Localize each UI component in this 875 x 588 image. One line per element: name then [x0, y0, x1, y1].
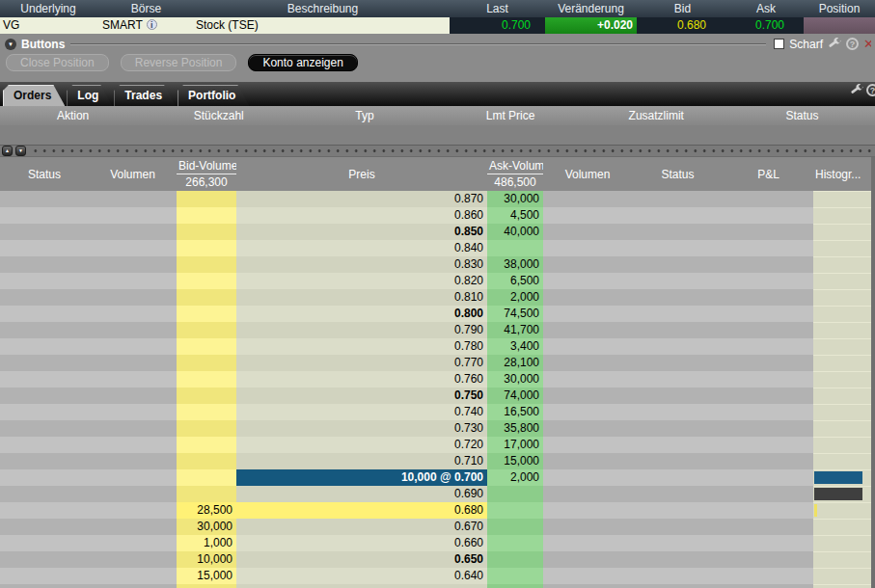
scroll-down-icon[interactable]: ▼ — [15, 146, 26, 156]
ladder-ask-volume-cell[interactable] — [487, 519, 543, 535]
ladder-ask-volume-cell[interactable] — [487, 240, 543, 256]
ladder-ask-volume-cell[interactable] — [487, 584, 543, 588]
ladder-ask-volume-cell[interactable]: 74,500 — [487, 306, 543, 322]
ladder-bid-volume-cell[interactable] — [177, 404, 236, 420]
ladder-price-cell[interactable]: 0.720 — [236, 437, 487, 453]
ladder-bid-volume-cell[interactable] — [177, 289, 236, 306]
ladder-ask-volume-cell[interactable]: 41,700 — [487, 322, 543, 338]
ladder-col-pnl[interactable]: P&L — [724, 157, 813, 191]
ladder-price-cell[interactable]: 0.810 — [236, 289, 487, 306]
ladder-ask-volume-cell[interactable]: 16,500 — [487, 404, 543, 420]
boerse-value[interactable]: SMARTi — [96, 17, 196, 34]
ladder-bid-volume-cell[interactable] — [177, 486, 236, 502]
tab-portfolio[interactable]: Portfolio — [178, 85, 249, 106]
ladder-price-cell[interactable]: 0.690 — [236, 486, 487, 502]
ladder-bid-volume-cell[interactable] — [177, 584, 236, 588]
ladder-ask-volume-cell[interactable]: 30,000 — [487, 191, 543, 207]
help-icon[interactable]: ? — [846, 38, 859, 50]
ladder-price-cell[interactable]: 0.840 — [236, 240, 487, 256]
scharf-checkbox[interactable] — [774, 39, 784, 49]
wrench-icon[interactable] — [828, 38, 841, 51]
col-ask[interactable]: Ask — [728, 0, 804, 17]
ladder-bid-volume-cell[interactable] — [177, 256, 236, 273]
ladder-bid-volume-cell[interactable] — [177, 338, 236, 355]
col-underlying[interactable]: Underlying — [0, 0, 96, 17]
beschreibung-value[interactable]: Stock (TSE) — [196, 17, 450, 34]
ladder-ask-volume-cell[interactable] — [487, 535, 543, 551]
info-icon[interactable]: i — [147, 19, 157, 30]
ladder-price-cell[interactable]: 0.710 — [236, 453, 487, 469]
ladder-ask-volume-cell[interactable]: 30,000 — [487, 371, 543, 388]
tab-trades[interactable]: Trades — [114, 85, 176, 106]
ladder-col-ask-volumen[interactable]: Ask-Volumen 486,500 — [487, 157, 543, 191]
ladder-price-cell[interactable]: 0.740 — [236, 404, 487, 420]
tab-orders[interactable]: Orders — [3, 85, 65, 106]
ladder-ask-volume-cell[interactable] — [487, 502, 543, 519]
ladder-price-cell[interactable]: 0.670 — [236, 519, 487, 535]
ladder-price-cell[interactable] — [236, 584, 487, 588]
ladder-price-cell[interactable]: 0.830 — [236, 256, 487, 273]
ladder-price-cell[interactable]: 0.870 — [236, 191, 487, 207]
ladder-bid-volume-cell[interactable] — [177, 191, 236, 207]
collapse-arrow-icon[interactable]: ▼ — [5, 39, 16, 50]
ladder-bid-volume-cell[interactable] — [177, 469, 236, 486]
ladder-col-status-right[interactable]: Status — [632, 157, 724, 191]
ladder-col-volumen-left[interactable]: Volumen — [89, 157, 177, 191]
wrench-icon[interactable] — [850, 84, 863, 97]
ladder-price-cell[interactable]: 0.860 — [236, 207, 487, 224]
ladder-bid-volume-cell[interactable] — [177, 224, 236, 240]
scroll-up-icon[interactable]: ▲ — [2, 146, 13, 156]
col-aktion[interactable]: Aktion — [0, 106, 146, 125]
col-boerse[interactable]: Börse — [96, 0, 196, 17]
ladder-bid-volume-cell[interactable] — [177, 207, 236, 224]
ladder-col-volumen-right[interactable]: Volumen — [543, 157, 632, 191]
ladder-ask-volume-cell[interactable]: 3,400 — [487, 338, 543, 355]
ladder-bid-volume-cell[interactable] — [177, 371, 236, 388]
ladder-ask-volume-cell[interactable]: 15,000 — [487, 453, 543, 469]
ladder-ask-volume-cell[interactable]: 40,000 — [487, 224, 543, 240]
underlying-value[interactable]: VG — [0, 17, 96, 34]
quote-row[interactable]: VG SMARTi Stock (TSE) 0.700 +0.020 0.680… — [0, 17, 875, 34]
ladder-col-status-left[interactable]: Status — [0, 157, 89, 191]
ladder-bid-volume-cell[interactable]: 30,000 — [177, 519, 236, 535]
ladder-price-cell[interactable]: 0.790 — [236, 322, 487, 338]
ladder-ask-volume-cell[interactable]: 74,000 — [487, 388, 543, 404]
ladder-col-bid-volumen[interactable]: Bid-Volumen 266,300 — [177, 157, 236, 191]
splitter-bar[interactable]: ▲ ▼ — [0, 145, 875, 157]
ladder-price-cell[interactable]: 0.680 — [236, 502, 487, 519]
col-position[interactable]: Position — [804, 0, 875, 17]
ladder-bid-volume-cell[interactable]: 10,000 — [177, 551, 236, 568]
ladder-bid-volume-cell[interactable] — [177, 355, 236, 371]
ladder-bid-volume-cell[interactable] — [177, 420, 236, 437]
ladder-ask-volume-cell[interactable]: 6,500 — [487, 273, 543, 289]
ladder-price-cell[interactable]: 0.750 — [236, 388, 487, 404]
ladder-ask-volume-cell[interactable] — [487, 551, 543, 568]
reverse-position-button[interactable]: Reverse Position — [121, 54, 237, 71]
ladder-ask-volume-cell[interactable]: 4,500 — [487, 207, 543, 224]
ladder-price-cell[interactable]: 0.760 — [236, 371, 487, 388]
close-position-button[interactable]: Close Position — [6, 54, 109, 71]
ladder-ask-volume-cell[interactable] — [487, 486, 543, 502]
ladder-bid-volume-cell[interactable]: 28,500 — [177, 502, 236, 519]
col-status[interactable]: Status — [729, 106, 875, 125]
ladder-ask-volume-cell[interactable]: 28,100 — [487, 355, 543, 371]
col-zusatzlimit[interactable]: Zusatzlimit — [584, 106, 729, 125]
ladder-ask-volume-cell[interactable]: 17,000 — [487, 437, 543, 453]
ladder-price-cell[interactable]: 0.850 — [236, 224, 487, 240]
close-icon[interactable]: ✕ — [863, 37, 871, 51]
ladder-bid-volume-cell[interactable] — [177, 273, 236, 289]
ladder-bid-volume-cell[interactable] — [177, 453, 236, 469]
ladder-col-preis[interactable]: Preis — [236, 157, 487, 191]
ladder-bid-volume-cell[interactable] — [177, 437, 236, 453]
ladder-bid-volume-cell[interactable] — [177, 388, 236, 404]
ladder-price-cell[interactable]: 0.660 — [236, 535, 487, 551]
ladder-ask-volume-cell[interactable]: 38,000 — [487, 256, 543, 273]
ladder-price-cell[interactable]: 0.800 — [236, 306, 487, 322]
ladder-col-histogram[interactable]: Histogr... — [813, 157, 871, 191]
ladder-bid-volume-cell[interactable]: 1,000 — [177, 535, 236, 551]
konto-anzeigen-button[interactable]: Konto anzeigen — [248, 54, 357, 71]
ladder-bid-volume-cell[interactable] — [177, 322, 236, 338]
help-icon[interactable]: ? — [866, 84, 875, 96]
tab-log[interactable]: Log — [67, 85, 112, 106]
col-veraenderung[interactable]: Veränderung — [545, 0, 637, 17]
